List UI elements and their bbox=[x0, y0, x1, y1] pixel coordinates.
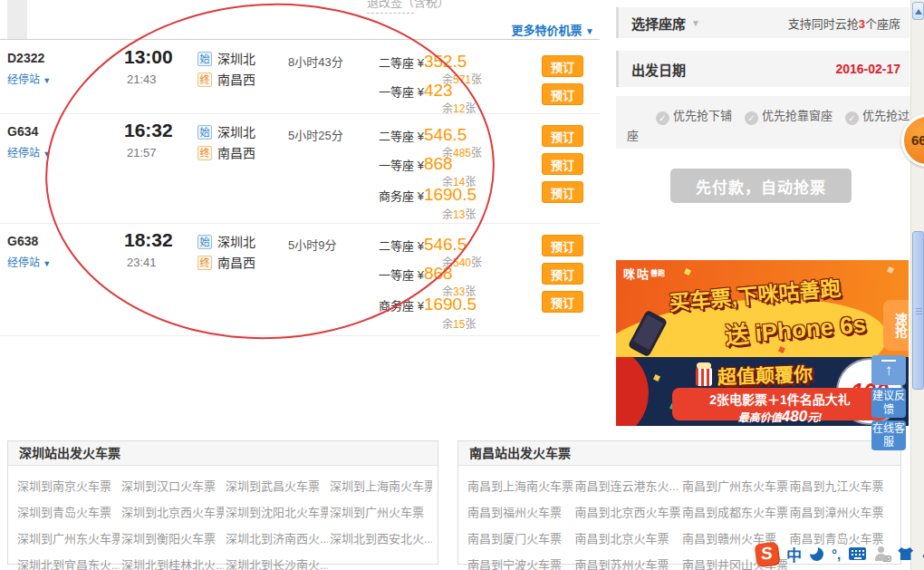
page-scrollbar[interactable] bbox=[910, 0, 924, 570]
check-icon: ✓ bbox=[745, 111, 758, 125]
column-shade bbox=[7, 0, 27, 39]
route-link[interactable]: 深圳到衡阳火车票 bbox=[121, 529, 224, 546]
feedback-button[interactable]: 建议反馈 bbox=[871, 388, 906, 418]
end-badge: 终 bbox=[197, 146, 212, 160]
skin-tshirt-icon[interactable] bbox=[898, 547, 913, 560]
route-link[interactable]: 深圳到南京火车票 bbox=[17, 477, 120, 494]
tickets-left: 余540张 bbox=[442, 254, 482, 269]
seat-price: 546.5 bbox=[424, 125, 467, 144]
route-link[interactable]: 深圳北到宜昌东火... bbox=[17, 556, 120, 570]
scroll-up-arrow[interactable] bbox=[912, 2, 924, 20]
scrollbar-thumb[interactable] bbox=[912, 231, 924, 390]
book-button[interactable]: 预订 bbox=[542, 55, 583, 77]
route-link[interactable]: 深圳到武昌火车票 bbox=[226, 477, 328, 494]
online-service-button[interactable]: 在线客服 bbox=[871, 420, 906, 450]
route-link[interactable]: 南昌到北京火车票 bbox=[575, 529, 681, 546]
seat-class: 商务座 bbox=[379, 299, 414, 313]
route-link[interactable]: 深圳到北京西火车票 bbox=[121, 503, 224, 520]
chinese-mode-icon[interactable]: 中 bbox=[786, 543, 802, 565]
book-button[interactable]: 预订 bbox=[542, 291, 583, 313]
depart-date-value: 2016-02-17 bbox=[835, 62, 900, 76]
currency: ¥ bbox=[418, 56, 424, 70]
route-link[interactable]: 深圳到上海南火车票 bbox=[330, 477, 432, 494]
route-link[interactable]: 深圳北到长沙南火... bbox=[226, 556, 328, 570]
book-button[interactable]: 预订 bbox=[542, 263, 583, 285]
seat-preference-options: ✓优先抢下铺✓优先抢靠窗座✓优先抢过道座 bbox=[616, 96, 922, 149]
start-station: 深圳北 bbox=[217, 235, 255, 249]
depart-date-row: 出发日期 2016-02-17 bbox=[616, 51, 910, 87]
start-station: 深圳北 bbox=[217, 125, 255, 140]
check-icon: ✓ bbox=[656, 111, 669, 125]
seat-class: 商务座 bbox=[379, 189, 414, 203]
tickets-left: 余485张 bbox=[442, 144, 482, 159]
book-button[interactable]: 预订 bbox=[542, 235, 583, 256]
route-link[interactable]: 南昌到厦门火车票 bbox=[467, 529, 573, 546]
train-code: D2322 bbox=[7, 51, 44, 65]
train-code: G638 bbox=[7, 234, 38, 248]
route-link[interactable]: 深圳北到桂林北火... bbox=[121, 556, 224, 570]
route-link[interactable]: 南昌到宁波火车票 bbox=[467, 556, 573, 570]
route-link[interactable]: 深圳到汉口火车票 bbox=[121, 477, 224, 494]
book-button[interactable]: 预订 bbox=[542, 125, 583, 147]
route-link[interactable]: 深圳北到西安北火... bbox=[330, 529, 432, 546]
tickets-left: 余15张 bbox=[442, 315, 476, 331]
pay-first-auto-grab-button[interactable]: 先付款，自动抢票 bbox=[670, 169, 852, 203]
route-link[interactable]: 南昌到上海南火车票 bbox=[467, 477, 573, 494]
seat-class: 二等座 bbox=[379, 239, 414, 253]
duration: 5小时9分 bbox=[288, 236, 336, 253]
back-to-top-button[interactable]: ↑ bbox=[871, 355, 906, 385]
route: 始深圳北 终南昌西 bbox=[197, 49, 255, 91]
route-link[interactable]: 南昌到九江火车票 bbox=[790, 477, 896, 494]
route-link[interactable]: 南昌到福州火车票 bbox=[467, 503, 573, 520]
fullwidth-moon-icon[interactable] bbox=[810, 547, 823, 561]
seat-price: 352.5 bbox=[424, 52, 467, 71]
shenzhen-departures-card: 深圳站出发火车票 深圳到南京火车票 深圳到汉口火车票 深圳到武昌火车票 深圳到上… bbox=[7, 440, 438, 565]
option-window-seat[interactable]: ✓优先抢靠窗座 bbox=[745, 109, 833, 122]
train-row: G634 经停站 ▼ 16:32 21:57 始深圳北 终南昌西 5小时25分 … bbox=[0, 114, 600, 224]
route-link[interactable]: 南昌到苏州火车票 bbox=[575, 556, 681, 570]
option-lower-berth[interactable]: ✓优先抢下铺 bbox=[656, 109, 732, 122]
route-link[interactable]: 南昌到广州东火车票 bbox=[682, 477, 788, 494]
arrive-time: 21:57 bbox=[127, 146, 157, 159]
migu-iphone-ad-banner[interactable]: 咪咕善跑 买车票,下咪咕善跑 送 iPhone 6s 速抢 bbox=[616, 260, 909, 357]
book-button[interactable]: 预订 bbox=[542, 181, 583, 203]
ad-offer-box: 2张电影票＋1件名品大礼 最高价值480元! bbox=[672, 388, 888, 420]
fare-refund-note: 退改签（含税） bbox=[367, 0, 449, 10]
route: 始深圳北 终南昌西 bbox=[197, 232, 255, 274]
user-account-icon[interactable]: 15 bbox=[874, 546, 890, 561]
punctuation-mode-icon[interactable]: °, bbox=[832, 546, 841, 562]
chevron-down-icon: ▼ bbox=[691, 18, 700, 28]
results-top-strip: 退改签（含税） 更多特价机票 ▼ bbox=[0, 0, 600, 40]
stops-toggle[interactable]: 经停站 ▼ bbox=[7, 144, 51, 159]
route-link[interactable]: 深圳北到济南西火... bbox=[226, 529, 328, 546]
route-link[interactable]: 南昌到成都东火车票 bbox=[682, 503, 788, 520]
route-link[interactable]: 南昌到北京西火车票 bbox=[575, 503, 681, 520]
arrive-time: 21:43 bbox=[127, 72, 157, 86]
confetti-decoration bbox=[653, 374, 660, 382]
route-link[interactable]: 深圳到沈阳北火车票 bbox=[226, 503, 328, 520]
stops-toggle[interactable]: 经停站 ▼ bbox=[7, 71, 51, 86]
book-button[interactable]: 预订 bbox=[542, 153, 583, 175]
route-link[interactable]: 南昌到连云港东火... bbox=[575, 477, 681, 494]
more-discount-flights-link[interactable]: 更多特价机票 ▼ bbox=[511, 21, 594, 38]
sogou-logo-icon[interactable]: S bbox=[755, 541, 780, 566]
start-badge: 始 bbox=[197, 235, 212, 249]
seat-price: 546.5 bbox=[424, 235, 467, 254]
arrive-time: 23:41 bbox=[127, 256, 157, 269]
grab-now-tab[interactable]: 速抢 bbox=[883, 300, 909, 351]
train-row: D2322 经停站 ▼ 13:00 21:43 始深圳北 终南昌西 8小时43分… bbox=[0, 41, 600, 114]
route-link[interactable]: 深圳到广州火车票 bbox=[330, 503, 432, 520]
depart-time: 18:32 bbox=[124, 229, 173, 251]
confetti-decoration bbox=[684, 268, 691, 275]
route-link[interactable]: 南昌到漳州火车票 bbox=[790, 503, 896, 520]
seat-class: 一等座 bbox=[379, 268, 414, 282]
book-button[interactable]: 预订 bbox=[542, 83, 583, 105]
chevron-down-icon: ▼ bbox=[43, 76, 51, 85]
stops-toggle[interactable]: 经停站 ▼ bbox=[7, 254, 51, 269]
seat-select-header[interactable]: 选择座席 ▼ 支持同时云抢3个座席 bbox=[616, 7, 910, 38]
movie-ticket-ad-banner[interactable]: 超值颠覆你 100 2张电影票＋1件名品大礼 最高价值480元! bbox=[616, 357, 909, 426]
route-link[interactable]: 深圳到青岛火车票 bbox=[17, 503, 120, 520]
route-link[interactable]: 深圳到广州东火车票 bbox=[17, 529, 120, 546]
soft-keyboard-icon[interactable] bbox=[849, 547, 866, 560]
end-badge: 终 bbox=[197, 256, 212, 270]
